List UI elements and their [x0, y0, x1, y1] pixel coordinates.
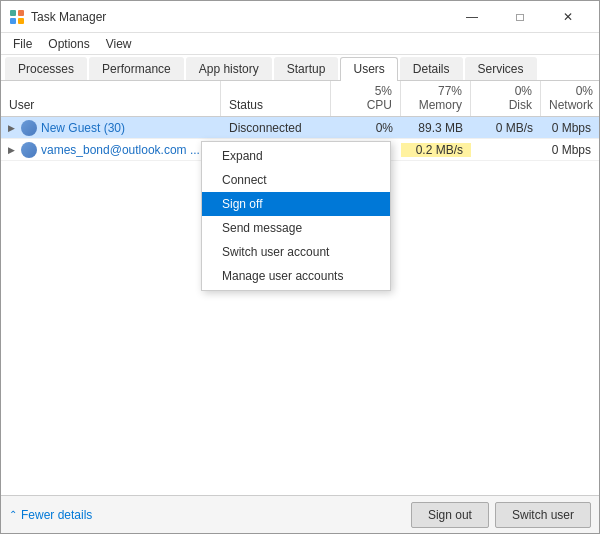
- tabs-bar: Processes Performance App history Startu…: [1, 55, 599, 81]
- tab-app-history[interactable]: App history: [186, 57, 272, 80]
- context-menu-manage-accounts[interactable]: Manage user accounts: [202, 264, 390, 288]
- menu-bar: File Options View: [1, 33, 599, 55]
- row-status-cell: Disconnected: [221, 121, 331, 135]
- col-header-network[interactable]: 0% Network: [541, 81, 600, 116]
- table-row[interactable]: ▶ New Guest (30) Disconnected 0% 89.3 MB…: [1, 117, 599, 139]
- users-table: ▶ New Guest (30) Disconnected 0% 89.3 MB…: [1, 117, 599, 495]
- fewer-details-button[interactable]: ⌃ Fewer details: [9, 508, 92, 522]
- context-menu-switch-user[interactable]: Switch user account: [202, 240, 390, 264]
- col-header-user[interactable]: User: [1, 81, 221, 116]
- switch-user-button[interactable]: Switch user: [495, 502, 591, 528]
- row-cpu-cell: 0%: [331, 121, 401, 135]
- menu-options[interactable]: Options: [40, 35, 97, 53]
- context-menu: Expand Connect Sign off Send message Swi…: [201, 141, 391, 291]
- context-menu-connect[interactable]: Connect: [202, 168, 390, 192]
- task-manager-window: Task Manager — □ ✕ File Options View Pro…: [0, 0, 600, 534]
- sign-out-button[interactable]: Sign out: [411, 502, 489, 528]
- row-network-cell: 0 Mbps: [541, 121, 599, 135]
- user-avatar-icon: [21, 120, 37, 136]
- tab-details[interactable]: Details: [400, 57, 463, 80]
- svg-rect-1: [18, 10, 24, 16]
- col-header-cpu[interactable]: 5% CPU: [331, 81, 401, 116]
- row-memory-cell: 89.3 MB: [401, 121, 471, 135]
- tab-processes[interactable]: Processes: [5, 57, 87, 80]
- row-memory-cell: 0.2 MB/s: [401, 143, 471, 157]
- menu-view[interactable]: View: [98, 35, 140, 53]
- col-header-memory[interactable]: 77% Memory: [401, 81, 471, 116]
- expand-arrow-icon: ▶: [5, 122, 17, 134]
- tab-services[interactable]: Services: [465, 57, 537, 80]
- window-title: Task Manager: [31, 10, 106, 24]
- tab-performance[interactable]: Performance: [89, 57, 184, 80]
- title-bar: Task Manager — □ ✕: [1, 1, 599, 33]
- app-icon: [9, 9, 25, 25]
- col-header-status[interactable]: Status: [221, 81, 331, 116]
- maximize-button[interactable]: □: [497, 1, 543, 33]
- user-avatar-icon: [21, 142, 37, 158]
- context-menu-send-message[interactable]: Send message: [202, 216, 390, 240]
- expand-arrow-icon: ▶: [5, 144, 17, 156]
- bottom-buttons: Sign out Switch user: [411, 502, 591, 528]
- close-button[interactable]: ✕: [545, 1, 591, 33]
- svg-rect-2: [10, 18, 16, 24]
- row-network-cell: 0 Mbps: [541, 143, 599, 157]
- col-header-disk[interactable]: 0% Disk: [471, 81, 541, 116]
- tab-startup[interactable]: Startup: [274, 57, 339, 80]
- context-menu-expand[interactable]: Expand: [202, 144, 390, 168]
- menu-file[interactable]: File: [5, 35, 40, 53]
- context-menu-sign-off[interactable]: Sign off: [202, 192, 390, 216]
- title-bar-left: Task Manager: [9, 9, 106, 25]
- row-user-cell: ▶ vames_bond@outlook.com ...: [1, 142, 221, 158]
- column-headers: User Status 5% CPU 77% Memory 0% Disk 0%…: [1, 81, 599, 117]
- row-user-cell: ▶ New Guest (30): [1, 120, 221, 136]
- bottom-bar: ⌃ Fewer details Sign out Switch user: [1, 495, 599, 533]
- minimize-button[interactable]: —: [449, 1, 495, 33]
- title-bar-controls: — □ ✕: [449, 1, 591, 33]
- svg-rect-0: [10, 10, 16, 16]
- tab-users[interactable]: Users: [340, 57, 397, 81]
- svg-rect-3: [18, 18, 24, 24]
- chevron-up-icon: ⌃: [9, 509, 17, 520]
- row-disk-cell: 0 MB/s: [471, 121, 541, 135]
